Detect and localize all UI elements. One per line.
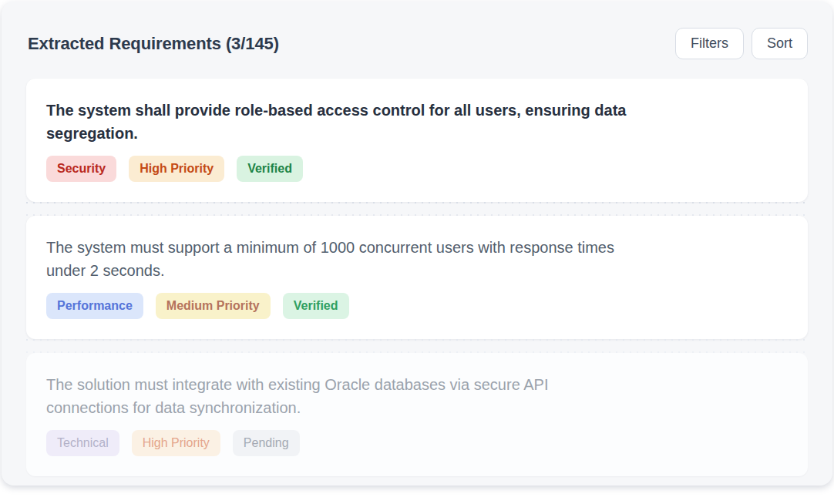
tag-verified: Verified [237,156,303,182]
page-title: Extracted Requirements (3/145) [28,34,279,54]
filters-button[interactable]: Filters [675,28,744,59]
requirement-text-line: The system shall provide role-based acce… [46,99,788,122]
requirement-text-line: segregation. [46,122,788,145]
requirement-text: The system shall provide role-based acce… [46,99,788,145]
tag-pending: Pending [233,430,300,456]
requirement-text-line: connections for data synchronization. [46,396,788,419]
tag-medium-priority: Medium Priority [156,293,271,319]
header-actions: Filters Sort [675,28,808,59]
requirement-card[interactable]: The system must support a minimum of 100… [26,216,808,339]
tag-high-priority: High Priority [129,156,224,182]
tag-high-priority: High Priority [132,430,220,456]
tag-verified: Verified [283,293,349,319]
sort-button[interactable]: Sort [752,28,808,59]
requirements-panel: Extracted Requirements (3/145) Filters S… [2,2,832,486]
requirement-text-line: The solution must integrate with existin… [46,373,788,396]
requirement-card-pending[interactable]: The solution must integrate with existin… [26,353,808,476]
tag-performance: Performance [46,293,143,319]
requirement-text-line: under 2 seconds. [46,259,788,282]
tag-row: Performance Medium Priority Verified [46,293,788,319]
requirement-text: The solution must integrate with existin… [46,373,788,419]
requirement-card[interactable]: The system shall provide role-based acce… [26,79,808,202]
tag-security: Security [46,156,116,182]
requirement-text-line: The system must support a minimum of 100… [46,236,788,259]
header: Extracted Requirements (3/145) Filters S… [26,28,808,59]
card-separator [26,339,808,353]
tag-technical: Technical [46,430,119,456]
tag-row: Technical High Priority Pending [46,430,788,456]
card-separator [26,202,808,216]
tag-row: Security High Priority Verified [46,156,788,182]
requirement-text: The system must support a minimum of 100… [46,236,788,282]
